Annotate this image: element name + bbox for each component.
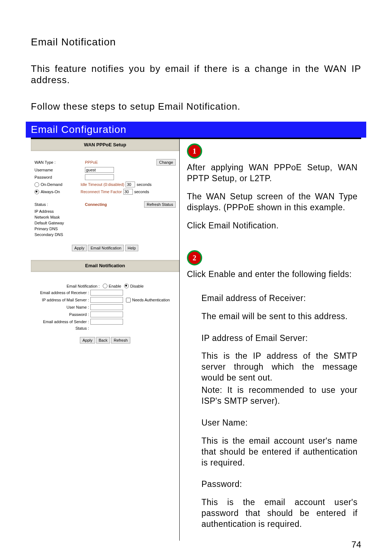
always-on-label: Always-On	[41, 190, 81, 194]
receiver-body: The email will be sent to this address.	[187, 311, 358, 322]
mask-label: Network Mask	[34, 215, 85, 219]
wan-apply-button[interactable]: Apply	[72, 245, 87, 251]
wan-type-label: WAN Type :	[34, 160, 85, 164]
pass-heading: Password:	[187, 479, 358, 490]
email-notification-panel: Email Notification Email Notification : …	[31, 260, 179, 346]
sender-label: Email address of Sender :	[34, 320, 90, 324]
enable-label: Enable	[109, 284, 121, 288]
enable-radio[interactable]	[103, 284, 107, 288]
email-password-input[interactable]	[90, 312, 123, 317]
step1-p3: Click Email Notification.	[187, 220, 358, 231]
ondemand-radio[interactable]	[34, 182, 39, 187]
sender-input[interactable]	[90, 319, 123, 325]
server-note: Note: It is recommended to use your ISP'…	[187, 385, 358, 407]
receiver-label: Email address of Receiver :	[34, 290, 90, 295]
auth-checkbox[interactable]	[126, 298, 131, 302]
step1-p2: The WAN Setup screen of the WAN Type dis…	[187, 191, 358, 213]
idle-seconds-label: seconds	[135, 182, 151, 187]
email-status-label: Status :	[34, 326, 90, 330]
server-label: IP address of Mail Server :	[34, 298, 90, 302]
always-on-radio[interactable]	[34, 190, 39, 194]
status-label: Status :	[34, 202, 85, 207]
config-banner: Email Configuration	[26, 122, 366, 138]
password-input[interactable]	[85, 174, 114, 180]
user-input[interactable]	[90, 304, 123, 310]
server-input[interactable]	[90, 297, 123, 303]
email-password-label: Password :	[34, 312, 90, 317]
primary-dns-label: Primary DNS	[34, 227, 85, 231]
section-heading: Email Notification	[31, 36, 361, 48]
username-input[interactable]	[85, 167, 114, 173]
email-panel-title: Email Notification	[31, 260, 179, 272]
receiver-input[interactable]	[90, 290, 123, 296]
reconnect-input[interactable]	[123, 189, 133, 195]
change-button[interactable]: Change	[156, 159, 176, 166]
step2-intro: Click Enable and enter the following fie…	[187, 269, 358, 280]
server-body: This is the IP address of the SMTP serve…	[187, 351, 358, 383]
secondary-dns-label: Secondary DNS	[34, 232, 85, 237]
auth-label: Needs Authentication	[132, 298, 170, 302]
idle-label: Idle Timeout (0:disabled)	[81, 182, 124, 187]
idle-timeout-input[interactable]	[126, 182, 135, 187]
receiver-heading: Email address of Receiver:	[187, 293, 358, 304]
wan-pppoe-panel: WAN PPPoE Setup WAN Type : PPPoE Change …	[31, 139, 179, 253]
wan-panel-title: WAN PPPoE Setup	[31, 139, 179, 151]
disable-label: Disable	[130, 284, 144, 288]
wan-type-value: PPPoE	[85, 160, 156, 164]
refresh-status-button[interactable]: Refresh Status	[144, 201, 176, 208]
user-label: User Name :	[34, 305, 90, 309]
page-number: 74	[351, 540, 361, 550]
pass-body: This is the email account user's passwor…	[187, 497, 358, 530]
password-label: Password	[34, 175, 85, 179]
gateway-label: Default Gateway	[34, 221, 85, 225]
username-label: Username	[34, 168, 85, 172]
screenshot-column: WAN PPPoE Setup WAN Type : PPPoE Change …	[31, 139, 180, 541]
email-apply-button[interactable]: Apply	[80, 337, 95, 343]
ondemand-label: On-Demand	[41, 182, 81, 187]
email-toggle-label: Email Notification :	[66, 284, 99, 288]
step1-p1: After applying WAN PPPoE Setup, WAN PPTP…	[187, 162, 358, 184]
step-1-badge: 1	[187, 143, 202, 159]
intro-paragraph: This feature notifies you by email if th…	[31, 63, 361, 86]
follow-paragraph: Follow these steps to setup Email Notifi…	[31, 101, 361, 112]
status-value: Connecting	[85, 202, 144, 207]
step-2-badge: 2	[187, 250, 202, 265]
user-body: This is the email account user's name th…	[187, 436, 358, 468]
steps-table: WAN PPPoE Setup WAN Type : PPPoE Change …	[31, 138, 361, 541]
instructions-column: 1 After applying WAN PPPoE Setup, WAN PP…	[180, 139, 361, 541]
email-refresh-button[interactable]: Refresh	[111, 337, 130, 343]
ip-label: IP Address	[34, 209, 85, 214]
wan-help-button[interactable]: Help	[125, 245, 139, 251]
disable-radio[interactable]	[124, 284, 129, 288]
server-heading: IP address of Email Server:	[187, 333, 358, 344]
wan-email-notification-button[interactable]: Email Notification	[88, 245, 124, 251]
email-back-button[interactable]: Back	[96, 337, 110, 343]
user-heading: User Name:	[187, 418, 358, 428]
reconnect-seconds-label: seconds	[133, 190, 149, 194]
reconnect-label: Reconnect Time Factor	[81, 190, 122, 194]
